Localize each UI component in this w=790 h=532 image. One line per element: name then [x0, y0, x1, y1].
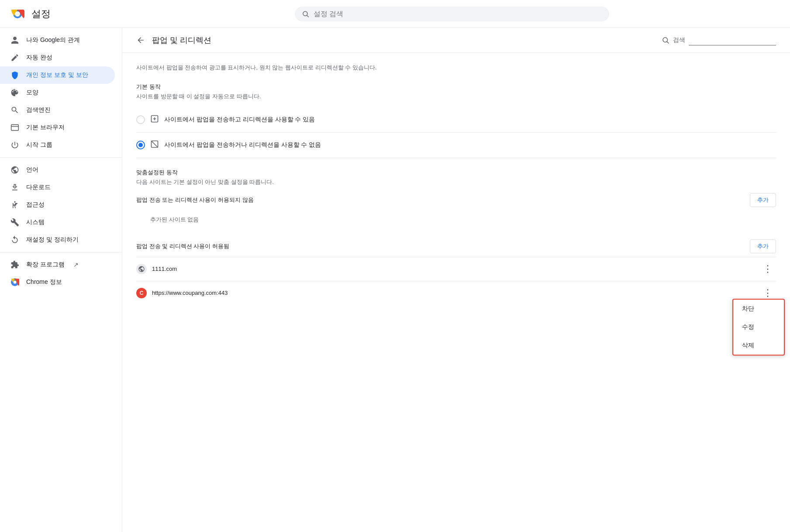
sidebar-label-startup: 시작 그룹 — [26, 141, 52, 149]
radio-allow-label: 사이트에서 팝업을 전송하고 리디렉션을 사용할 수 있음 — [164, 116, 315, 124]
sidebar-item-download[interactable]: 다운로드 — [0, 179, 115, 196]
content-search-label: 검색 — [673, 36, 685, 44]
sidebar-item-system[interactable]: 시스템 — [0, 214, 115, 231]
content-search-icon — [662, 36, 669, 44]
blocked-label: 팝업 전송 또는 리디렉션 사용이 허용되지 않음 — [136, 196, 254, 204]
globe-icon — [10, 166, 19, 174]
site-icon-coupang: C — [136, 288, 147, 298]
sidebar-label-extensions: 확장 프로그램 — [26, 261, 65, 269]
no-sites-message: 추가된 사이트 없음 — [136, 211, 776, 229]
radio-option-block[interactable]: 사이트에서 팝업을 전송하거나 리디렉션을 사용할 수 없음 — [136, 133, 776, 158]
external-link-icon: ↗ — [73, 261, 79, 268]
download-icon — [10, 183, 19, 192]
content-body: 사이트에서 팝업을 전송하여 광고를 표시하거나, 원치 않는 웹사이트로 리디… — [122, 53, 790, 315]
allowed-add-button[interactable]: 추가 — [750, 239, 776, 253]
power-icon — [10, 141, 19, 149]
search-input[interactable] — [314, 10, 602, 18]
site-more-button-1[interactable]: ⋮ — [759, 263, 776, 276]
blocked-add-button[interactable]: 추가 — [750, 193, 776, 207]
radio-block-label: 사이트에서 팝업을 전송하거나 리디렉션을 사용할 수 없음 — [164, 141, 321, 149]
popup-allow-icon — [150, 114, 159, 125]
sidebar-label-browser: 기본 브라우저 — [26, 124, 65, 131]
context-menu-item-delete[interactable]: 삭제 — [733, 336, 784, 355]
top-header: 설정 — [0, 0, 790, 28]
context-menu-item-edit[interactable]: 수정 — [733, 318, 784, 336]
sidebar-label-privacy: 개인 정보 보호 및 보안 — [26, 71, 88, 79]
reset-icon — [10, 235, 19, 244]
page-title: 설정 — [31, 7, 51, 21]
sidebar-item-appearance[interactable]: 모양 — [0, 84, 115, 101]
accessibility-icon — [10, 200, 19, 209]
browser-icon — [10, 123, 19, 132]
sidebar-item-browser[interactable]: 기본 브라우저 — [0, 119, 115, 136]
site-row-2: C https://www.coupang.com:443 ⋮ 차단 수정 삭제 — [136, 281, 776, 305]
search-icon — [302, 10, 309, 18]
site-url-2: https://www.coupang.com:443 — [152, 290, 754, 296]
sidebar-label-autofill: 자동 완성 — [26, 54, 52, 62]
sidebar-label-chrome-info: Chrome 정보 — [26, 278, 62, 286]
sidebar: 나와 Google의 관계 자동 완성 개인 정보 보호 및 보안 모양 검색엔 — [0, 28, 122, 532]
default-section-title: 기본 동작 — [136, 83, 776, 91]
popup-block-icon — [150, 140, 159, 151]
default-section: 기본 동작 사이트를 방문할 때 이 설정을 자동으로 따릅니다. 사이트에서 … — [136, 83, 776, 158]
sidebar-label-google: 나와 Google의 관계 — [26, 36, 80, 44]
puzzle-icon — [10, 260, 19, 269]
chrome-logo-icon — [10, 7, 24, 21]
description-text: 사이트에서 팝업을 전송하여 광고를 표시하거나, 원치 않는 웹사이트로 리디… — [136, 63, 776, 73]
site-url-1: 1111.com — [152, 266, 754, 272]
content-area: 팝업 및 리디렉션 검색 사이트에서 팝업을 전송하여 광고를 표시하거나, 원… — [122, 28, 790, 532]
wrench-icon — [10, 218, 19, 227]
sidebar-label-download: 다운로드 — [26, 183, 51, 191]
content-search: 검색 — [662, 35, 776, 45]
sidebar-divider-2 — [0, 252, 122, 252]
svg-rect-5 — [11, 124, 19, 130]
site-more-button-2[interactable]: ⋮ — [759, 287, 776, 300]
sidebar-item-search[interactable]: 검색엔진 — [0, 101, 115, 119]
sidebar-label-accessibility: 접근성 — [26, 201, 45, 209]
sidebar-item-chrome-info[interactable]: Chrome 정보 — [0, 273, 115, 291]
svg-line-14 — [152, 141, 158, 147]
site-icon-globe — [136, 264, 147, 274]
content-title: 팝업 및 리디렉션 — [152, 35, 655, 45]
search-bar-wrap — [295, 7, 609, 21]
custom-section: 맞춤설정된 동작 다음 사이트는 기본 설정이 아닌 맞춤 설정을 따릅니다. … — [136, 169, 776, 305]
back-button[interactable] — [136, 36, 145, 45]
search-bar[interactable] — [295, 7, 609, 21]
context-menu-item-block[interactable]: 차단 — [733, 300, 784, 318]
custom-section-title: 맞춤설정된 동작 — [136, 169, 776, 176]
sidebar-label-appearance: 모양 — [26, 89, 38, 97]
sidebar-item-autofill[interactable]: 자동 완성 — [0, 49, 115, 66]
logo-area: 설정 — [10, 7, 124, 21]
sidebar-label-reset: 재설정 및 정리하기 — [26, 236, 79, 244]
sidebar-item-startup[interactable]: 시작 그룹 — [0, 136, 115, 154]
blocked-row-header: 팝업 전송 또는 리디렉션 사용이 허용되지 않음 추가 — [136, 193, 776, 207]
site-row-1: 1111.com ⋮ — [136, 257, 776, 281]
default-section-sub: 사이트를 방문할 때 이 설정을 자동으로 따릅니다. — [136, 93, 776, 100]
sidebar-item-google[interactable]: 나와 Google의 관계 — [0, 31, 115, 49]
sidebar-item-reset[interactable]: 재설정 및 정리하기 — [0, 231, 115, 249]
main-layout: 나와 Google의 관계 자동 완성 개인 정보 보호 및 보안 모양 검색엔 — [0, 28, 790, 532]
shield-icon — [10, 71, 19, 79]
sidebar-label-search: 검색엔진 — [26, 106, 51, 114]
content-search-line — [689, 35, 776, 45]
svg-line-4 — [307, 15, 308, 17]
svg-point-10 — [663, 38, 668, 42]
sidebar-divider-1 — [0, 157, 122, 158]
svg-line-11 — [667, 41, 669, 43]
edit-icon — [10, 53, 19, 62]
sidebar-item-extensions[interactable]: 확장 프로그램 ↗ — [0, 256, 115, 273]
content-header: 팝업 및 리디렉션 검색 — [122, 28, 790, 53]
sidebar-label-system: 시스템 — [26, 218, 45, 226]
svg-point-2 — [15, 11, 20, 17]
sidebar-label-language: 언어 — [26, 166, 38, 174]
sidebar-item-language[interactable]: 언어 — [0, 161, 115, 179]
sidebar-item-privacy[interactable]: 개인 정보 보호 및 보안 — [0, 66, 115, 84]
svg-point-7 — [14, 201, 15, 203]
context-menu: 차단 수정 삭제 — [732, 299, 785, 356]
allowed-row-header: 팝업 전송 및 리디렉션 사용이 허용됨 추가 — [136, 239, 776, 253]
svg-point-9 — [14, 281, 17, 284]
allowed-label: 팝업 전송 및 리디렉션 사용이 허용됨 — [136, 242, 229, 250]
radio-option-allow[interactable]: 사이트에서 팝업을 전송하고 리디렉션을 사용할 수 있음 — [136, 107, 776, 133]
custom-section-sub: 다음 사이트는 기본 설정이 아닌 맞춤 설정을 따릅니다. — [136, 178, 776, 186]
sidebar-item-accessibility[interactable]: 접근성 — [0, 196, 115, 214]
